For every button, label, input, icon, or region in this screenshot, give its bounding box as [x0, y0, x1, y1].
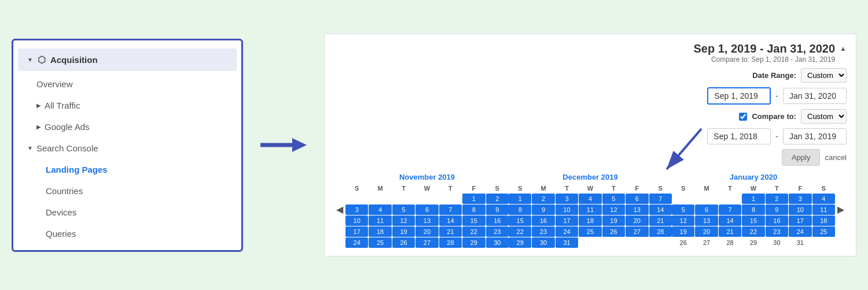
- date-range-title: Sep 1, 2019 - Jan 31, 2020: [694, 42, 836, 55]
- calendar-december-grid: SMTWTFS 1234567 891011121314 15161718192…: [509, 184, 672, 248]
- compare-row: Compare to: Custom: [334, 109, 847, 124]
- calendars-row: ◀ November 2019 SMTWTFS 12 3456789 10111…: [334, 170, 847, 248]
- date-compare-text: Compare to: Sep 1, 2018 - Jan 31, 2019: [694, 55, 836, 64]
- queries-label: Queries: [46, 229, 76, 239]
- acquisition-label: Acquisition: [50, 55, 98, 65]
- sidebar-item-all-traffic[interactable]: ▶ All Traffic: [13, 95, 241, 116]
- sidebar-item-overview[interactable]: Overview: [13, 73, 241, 95]
- compare-checkbox[interactable]: [739, 113, 747, 121]
- devices-label: Devices: [46, 207, 76, 217]
- end-date-input[interactable]: [783, 88, 847, 104]
- compare-start-input[interactable]: [707, 128, 771, 144]
- date-picker-container: Sep 1, 2019 - Jan 31, 2020 Compare to: S…: [324, 34, 856, 256]
- date-header: Sep 1, 2019 - Jan 31, 2020 Compare to: S…: [334, 42, 847, 64]
- date-title-area: Sep 1, 2019 - Jan 31, 2020 Compare to: S…: [694, 42, 836, 64]
- calendar-january-grid: SMTWTFS 1234 567891011 12131415161718 19…: [672, 184, 835, 248]
- calendar-january: January 2020 SMTWTFS 1234 567891011 1213…: [672, 170, 835, 248]
- overview-label: Overview: [36, 79, 73, 89]
- sidebar: ▼ ⬡ Acquisition Overview ▶ All Traffic ▶…: [12, 39, 243, 252]
- scroll-up-icon[interactable]: ▲: [840, 44, 847, 53]
- compare-end-input[interactable]: [783, 128, 847, 144]
- sidebar-item-countries[interactable]: Countries: [13, 180, 241, 202]
- sidebar-item-google-ads[interactable]: ▶ Google Ads: [13, 116, 241, 137]
- all-traffic-label: All Traffic: [45, 101, 80, 110]
- search-console-label: Search Console: [36, 143, 98, 153]
- calendar-prev-button[interactable]: ◀: [334, 204, 345, 215]
- all-traffic-tri-icon: ▶: [36, 102, 41, 109]
- expand-arrow-icon: ▼: [27, 57, 33, 63]
- date-separator-compare: -: [775, 132, 778, 141]
- acquisition-node-icon: ⬡: [38, 54, 46, 65]
- date-range-label: Date Range:: [752, 71, 796, 80]
- compare-to-select[interactable]: Custom: [801, 109, 847, 124]
- google-ads-tri-icon: ▶: [36, 124, 41, 130]
- blue-arrow-icon: [260, 136, 307, 154]
- calendar-november-header: November 2019: [345, 170, 509, 184]
- calendar-next-button[interactable]: ▶: [835, 204, 847, 215]
- date-range-select[interactable]: Custom: [801, 68, 847, 83]
- calendar-january-header: January 2020: [672, 170, 835, 184]
- start-date-input[interactable]: [707, 87, 771, 105]
- landing-pages-label: Landing Pages: [46, 165, 108, 174]
- countries-label: Countries: [46, 186, 83, 196]
- sidebar-item-queries[interactable]: Queries: [13, 223, 241, 244]
- sidebar-item-devices[interactable]: Devices: [13, 202, 241, 223]
- sidebar-item-search-console[interactable]: ▼ Search Console: [13, 137, 241, 159]
- compare-date-inputs: -: [334, 128, 847, 144]
- compare-to-label: Compare to:: [752, 112, 796, 121]
- calendar-december-header: December 2019: [509, 170, 672, 184]
- calendar-december: December 2019 SMTWTFS 1234567 8910111213…: [509, 170, 672, 248]
- arrow-connector: [260, 136, 307, 154]
- calendar-november-grid: SMTWTFS 12 3456789 10111213141516 171819…: [345, 184, 509, 248]
- svg-marker-1: [292, 138, 307, 152]
- search-console-tri-icon: ▼: [27, 145, 33, 151]
- google-ads-label: Google Ads: [45, 122, 90, 132]
- date-picker-panel: Sep 1, 2019 - Jan 31, 2020 Compare to: S…: [324, 34, 856, 256]
- sidebar-item-acquisition[interactable]: ▼ ⬡ Acquisition: [18, 49, 237, 71]
- date-separator-primary: -: [775, 91, 778, 101]
- cancel-button[interactable]: cancel: [825, 153, 847, 162]
- apply-button[interactable]: Apply: [782, 149, 821, 166]
- action-row: Apply cancel: [334, 149, 847, 166]
- primary-date-inputs: -: [334, 87, 847, 105]
- date-range-controls: Date Range: Custom: [334, 68, 847, 83]
- sidebar-item-landing-pages[interactable]: Landing Pages: [13, 159, 241, 180]
- calendar-november: November 2019 SMTWTFS 12 3456789 1011121…: [345, 170, 509, 248]
